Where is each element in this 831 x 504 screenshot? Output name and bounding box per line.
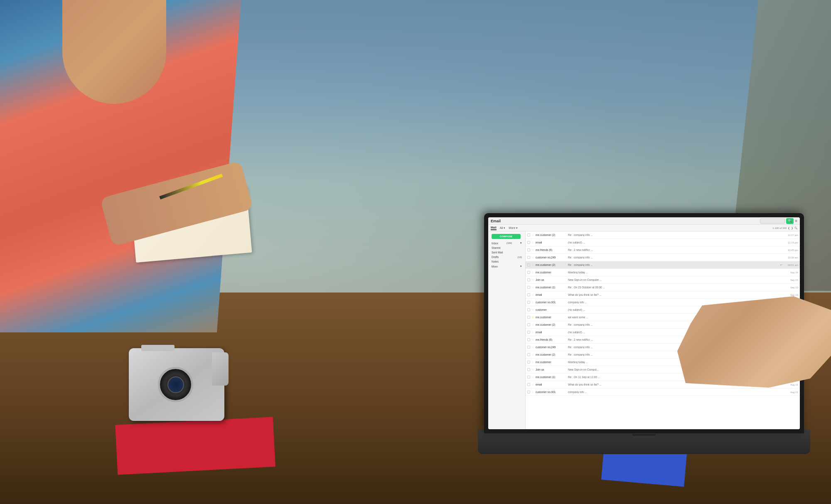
email-sender: me.customer (1) — [536, 376, 567, 379]
star-icon[interactable]: ☆ — [531, 300, 534, 304]
email-subject: Re : company info ... — [568, 234, 782, 236]
person-head — [62, 0, 166, 104]
email-checkbox[interactable] — [527, 391, 530, 393]
star-icon[interactable]: ☆ — [531, 315, 534, 319]
email-checkbox[interactable] — [527, 301, 530, 304]
email-checkbox[interactable] — [527, 248, 530, 251]
star-icon[interactable]: ☆ — [531, 338, 534, 342]
search-input-box[interactable] — [760, 219, 785, 224]
email-checkbox[interactable] — [527, 293, 530, 296]
email-row[interactable]: ☆me.customerMeeting today ...Sep 24 — [526, 269, 800, 276]
email-sender: email — [536, 383, 567, 386]
email-checkbox[interactable] — [527, 383, 530, 386]
sidebar-item-notes[interactable]: Notes — [488, 259, 525, 264]
email-subject: company info ... — [568, 391, 782, 393]
email-subject: What do you think so far? ... — [568, 293, 782, 296]
email-checkbox[interactable] — [527, 353, 530, 356]
star-icon[interactable]: ☆ — [531, 270, 534, 274]
star-icon[interactable]: ☆ — [531, 330, 534, 334]
email-row[interactable]: ☆customer no.001company info ...Aug 21 — [526, 388, 800, 396]
email-row[interactable]: ☆me.customer (1)Re : On 23 October at 09… — [526, 284, 800, 291]
email-checkbox[interactable] — [527, 361, 530, 364]
email-subject: New Sign-in on Computer ... — [568, 278, 782, 281]
email-checkbox[interactable] — [527, 234, 530, 236]
star-icon[interactable]: ☆ — [531, 353, 534, 356]
star-icon[interactable]: ☆ — [531, 308, 534, 312]
email-row[interactable]: ☆emailWhat do you think so far? ...Sep 2… — [526, 291, 800, 299]
email-sender: me.friends (6) — [536, 248, 567, 251]
email-checkbox[interactable] — [527, 308, 530, 311]
sidebar-item-more[interactable]: More ▾ — [488, 264, 525, 269]
email-checkbox[interactable] — [527, 256, 530, 259]
tab-mail[interactable]: Mail — [491, 226, 497, 230]
star-icon[interactable]: ☆ — [531, 256, 534, 259]
sidebar-item-inbox[interactable]: Inbox (169) ▾ — [488, 241, 525, 246]
email-row[interactable]: ☆Join usNew Sign-in on Computer ...Sep 2… — [526, 276, 800, 284]
prev-page-btn[interactable]: ❮ — [788, 226, 790, 229]
email-checkbox[interactable] — [527, 241, 530, 244]
email-row[interactable]: ☆customer no.249Re : company info ...10:… — [526, 254, 800, 261]
email-time: Aug 21 — [784, 391, 798, 393]
reply-icon: ↩ — [780, 263, 782, 267]
star-icon[interactable]: ☆ — [531, 233, 534, 237]
star-icon[interactable]: ☆ — [531, 360, 534, 364]
email-checkbox[interactable] — [527, 271, 530, 274]
email-checkbox[interactable] — [527, 376, 530, 379]
email-time: 11:27 pm — [784, 234, 798, 236]
email-subject: Re : On 23 October at 09:00 ... — [568, 286, 782, 289]
email-sender: me.customer — [536, 316, 567, 319]
email-row[interactable]: ☆me.customer (2)Re : company info ...11:… — [526, 231, 800, 239]
email-checkbox[interactable] — [527, 368, 530, 371]
email-sender: me.customer — [536, 361, 567, 364]
hamburger-icon[interactable]: ≡ — [795, 219, 797, 223]
email-checkbox[interactable] — [527, 338, 530, 341]
star-icon[interactable]: ☆ — [531, 241, 534, 244]
email-checkbox[interactable] — [527, 323, 530, 326]
pagination: 1-100 of 346 ❮ ❯ 🔍 — [772, 226, 797, 229]
sidebar-item-starred[interactable]: Starred — [488, 246, 525, 250]
email-checkbox[interactable] — [527, 346, 530, 349]
email-time: 11:15 pm — [784, 241, 798, 244]
star-icon[interactable]: ☆ — [531, 368, 534, 371]
email-time: Sep 24 — [784, 279, 798, 281]
email-row[interactable]: ☆me.customer (2)Re : company info ...↩09… — [526, 261, 800, 269]
star-icon[interactable]: ☆ — [531, 278, 534, 282]
star-icon[interactable]: ☆ — [531, 263, 534, 267]
email-time: 09:01 am — [784, 264, 798, 266]
email-checkbox[interactable] — [527, 278, 530, 281]
filter-more[interactable]: More ▾ — [509, 226, 518, 230]
star-icon[interactable]: ☆ — [531, 383, 534, 386]
search-list-btn[interactable]: 🔍 — [794, 226, 797, 229]
star-icon[interactable]: ☆ — [531, 248, 534, 252]
star-icon[interactable]: ☆ — [531, 285, 534, 289]
star-icon[interactable]: ☆ — [531, 293, 534, 297]
email-checkbox[interactable] — [527, 316, 530, 319]
compose-button[interactable]: COMPOSE — [492, 234, 521, 239]
email-sender: customer — [536, 308, 567, 311]
star-icon[interactable]: ☆ — [531, 390, 534, 394]
next-page-btn[interactable]: ❯ — [791, 226, 793, 229]
email-sender: me.customer (2) — [536, 353, 567, 356]
star-icon[interactable]: ☆ — [531, 323, 534, 327]
sidebar-item-drafts[interactable]: Drafts (10) — [488, 255, 525, 259]
filter-all[interactable]: All ▾ — [500, 226, 506, 230]
search-button[interactable]: 🔍 — [786, 218, 794, 224]
email-sender: me.customer (2) — [536, 323, 567, 326]
email-subject: Meeting today ... — [568, 271, 782, 274]
email-sender: customer no.249 — [536, 346, 567, 349]
star-icon[interactable]: ☆ — [531, 345, 534, 349]
email-checkbox[interactable] — [527, 286, 530, 289]
email-row[interactable]: ☆email(no subject) ...11:15 pm — [526, 239, 800, 246]
email-time: Sep 23 — [784, 294, 798, 296]
sidebar-item-sent[interactable]: Sent Mail — [488, 250, 525, 255]
email-sender: Join us — [536, 368, 567, 371]
email-time: 10:45 pm — [784, 249, 798, 251]
email-sender: customer no.249 — [536, 256, 567, 259]
email-sender: me.customer (2) — [536, 234, 567, 236]
email-row[interactable]: ☆me.friends (6)Re : 2 new notificc ...10… — [526, 246, 800, 254]
email-checkbox[interactable] — [527, 331, 530, 334]
email-checkbox[interactable] — [527, 263, 530, 266]
email-subject: Re : company info ... — [568, 263, 779, 266]
star-icon[interactable]: ☆ — [531, 375, 534, 379]
sidebar: COMPOSE Inbox (169) ▾ Starred Sent Mail … — [488, 231, 526, 429]
